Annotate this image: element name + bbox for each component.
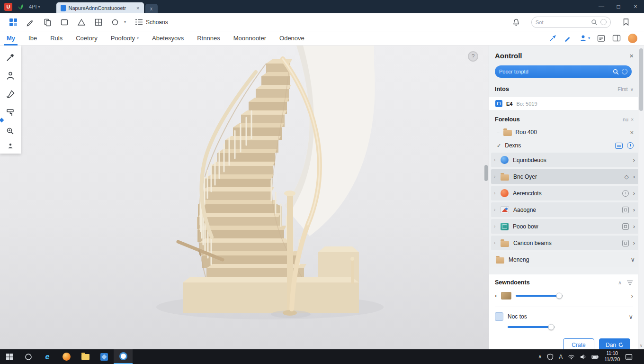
account-menu[interactable]: ▾ — [579, 34, 590, 42]
box-icon[interactable] — [622, 223, 629, 230]
chevron-right-icon[interactable]: › — [633, 156, 635, 164]
panel-close-icon[interactable]: × — [629, 52, 634, 60]
expand-icon[interactable]: › — [494, 240, 499, 246]
share-pen-icon[interactable] — [549, 34, 557, 42]
collapse-icon[interactable]: ∧ — [618, 280, 622, 286]
brush-tool-icon[interactable] — [5, 89, 16, 100]
grid-tool-icon[interactable] — [92, 16, 105, 28]
menu-item-1[interactable]: Ibe — [22, 31, 44, 46]
menu-item-2[interactable]: Ruls — [44, 31, 69, 46]
room-row[interactable]: – Roo 400 × — [497, 126, 634, 138]
close-button[interactable]: × — [627, 0, 644, 13]
slider-knob[interactable] — [556, 293, 563, 299]
edit-pen-icon[interactable] — [564, 34, 572, 42]
triangle-tool-icon[interactable] — [75, 16, 88, 28]
opacity-slider[interactable] — [516, 295, 563, 297]
box-icon[interactable] — [622, 240, 629, 246]
small-person-icon[interactable] — [5, 141, 16, 151]
sort-lines-icon[interactable] — [626, 280, 633, 285]
show-desktop-button[interactable] — [640, 349, 642, 364]
version-menu[interactable]: 4PI ▾ — [29, 4, 40, 9]
chevron-right-icon[interactable]: › — [633, 223, 635, 230]
plugin-leaf-icon[interactable] — [17, 3, 24, 10]
slider-knob[interactable] — [548, 324, 555, 330]
menu-item-7[interactable]: Moonnooter — [227, 31, 273, 46]
draw-pencil-icon[interactable] — [24, 16, 36, 28]
menu-item-3[interactable]: Coetory — [69, 31, 104, 46]
battery-icon[interactable] — [591, 354, 599, 360]
clock[interactable]: 11:10 11/2/20 — [604, 351, 620, 363]
figure-tool-icon[interactable] — [5, 71, 16, 81]
help-bubble[interactable]: ? — [468, 51, 478, 62]
wifi-icon[interactable] — [568, 354, 575, 360]
tray-expand-icon[interactable]: ∧ — [538, 354, 542, 360]
layer-row-aaoogne[interactable]: › Aaoogne › — [491, 202, 639, 217]
edge-browser-icon[interactable]: e — [38, 349, 57, 364]
panel-search-input[interactable] — [499, 69, 610, 74]
circle-tool-caret-icon[interactable]: ▾ — [124, 20, 126, 24]
expand-icon[interactable]: › — [494, 157, 499, 163]
dexns-row[interactable]: ✓ Dexns — [497, 139, 634, 152]
menu-item-5[interactable]: Abetesyovs — [145, 31, 190, 46]
bookmark-flag-icon[interactable] — [620, 16, 632, 28]
expand-icon[interactable]: › — [495, 292, 497, 299]
layer-row-equmbdeuos[interactable]: › Equmbdeuos › — [491, 153, 639, 167]
expand-icon[interactable]: › — [494, 174, 499, 179]
diamond-icon[interactable]: ◇ — [624, 173, 628, 180]
staircase-3d-model[interactable] — [0, 46, 489, 349]
bell-icon[interactable] — [510, 16, 522, 28]
chevron-down-icon[interactable]: ∨ — [630, 256, 635, 263]
file-explorer-icon[interactable] — [76, 349, 95, 364]
document-tab[interactable]: NapureAdnnConstuooetr × — [56, 2, 144, 13]
maximize-button[interactable]: □ — [610, 0, 627, 13]
chevron-right-icon[interactable]: › — [633, 239, 635, 246]
search-scope-icon[interactable] — [622, 69, 627, 74]
menu-item-6[interactable]: Rtnnnes — [190, 31, 226, 46]
layer-row-aerencdots[interactable]: › Aerencdots › — [491, 186, 639, 200]
chevron-right-icon[interactable]: › — [633, 206, 635, 213]
layer-row-cancon-beams[interactable]: › Cancon beams › — [491, 236, 639, 250]
input-method-indicator[interactable]: A — [559, 354, 563, 360]
action-center-icon[interactable] — [625, 354, 633, 360]
expand-icon[interactable]: › — [494, 191, 499, 196]
home-grid-icon[interactable] — [7, 16, 19, 28]
toolbar-search-input[interactable] — [536, 19, 588, 25]
section-actions[interactable]: nu × — [623, 117, 634, 122]
panel-scrollbar[interactable]: ∨ — [638, 46, 644, 349]
reader-icon[interactable] — [597, 35, 605, 42]
start-button[interactable] — [0, 349, 19, 364]
user-avatar[interactable] — [628, 34, 637, 43]
viewport-scrollbar-thumb[interactable] — [484, 165, 488, 181]
info-circle-icon[interactable] — [627, 142, 634, 149]
menu-item-my[interactable]: My — [0, 31, 22, 46]
chevron-right-icon[interactable]: › — [633, 190, 635, 197]
photos-app-icon[interactable] — [95, 349, 114, 364]
info-card[interactable]: E4 Bo: 5019 — [489, 97, 638, 110]
cad-app-icon[interactable] — [114, 349, 133, 364]
sort-dropdown[interactable]: First ∨ — [617, 86, 634, 92]
expand-icon[interactable]: › — [494, 224, 499, 229]
copy-icon[interactable] — [41, 16, 54, 28]
layer-row-pooo-bow[interactable]: › Pooo bow › — [491, 219, 639, 234]
texture-thumbnail[interactable] — [501, 292, 511, 300]
info-circle-icon[interactable] — [622, 190, 629, 197]
expand-icon[interactable]: › — [494, 207, 499, 212]
chevron-right-icon[interactable]: › — [633, 173, 635, 180]
close-icon[interactable]: × — [631, 117, 634, 122]
zoom-search-icon[interactable] — [5, 126, 16, 136]
3d-viewport[interactable]: ? — [0, 46, 489, 349]
panel-scrollbar-thumb[interactable] — [639, 48, 643, 111]
circle-tool-icon[interactable] — [109, 16, 122, 28]
rectangle-tool-icon[interactable] — [58, 16, 71, 28]
chevron-down-icon[interactable]: ∨ — [628, 313, 633, 320]
toolbar-search[interactable] — [531, 17, 611, 28]
tab-close-icon[interactable]: × — [136, 5, 139, 11]
menu-item-4[interactable]: Poofooty▾ — [104, 31, 145, 46]
search-ring-icon[interactable] — [19, 349, 38, 364]
scroll-down-icon[interactable]: ∨ — [638, 343, 644, 348]
chevron-right-icon[interactable]: › — [631, 292, 633, 300]
firefox-icon[interactable] — [57, 349, 76, 364]
material-card[interactable]: Noc tos ∨ — [495, 307, 633, 328]
secondary-tab[interactable]: x — [145, 4, 158, 13]
search-option-icon[interactable] — [600, 19, 607, 25]
